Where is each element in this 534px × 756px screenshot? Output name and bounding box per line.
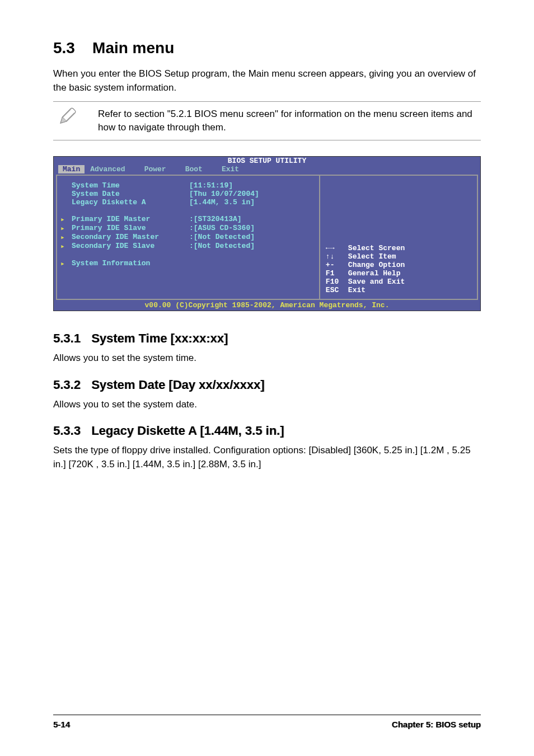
arrow-icon: ▸ [60, 233, 72, 242]
section-intro: When you enter the BIOS Setup program, t… [53, 67, 481, 95]
arrow-icon: ▸ [60, 224, 72, 233]
arrow-icon: ▸ [60, 242, 72, 251]
bios-label: System Date [72, 190, 189, 198]
bios-left-panel: System Time [11:51:19] System Date [Thu … [57, 176, 320, 299]
bios-value: [11:51:19] [189, 181, 316, 190]
svg-line-0 [63, 110, 71, 118]
bios-help-legend: ←→Select Screen ↑↓Select Item +-Change O… [326, 244, 474, 294]
spacer-icon [60, 181, 72, 190]
help-row: ESCExit [326, 286, 474, 294]
subsection-date: 5.3.2 System Date [Day xx/xx/xxxx] Allow… [53, 378, 481, 412]
note-text: Refer to section "5.2.1 BIOS menu screen… [98, 107, 481, 134]
help-key: ESC [326, 286, 348, 294]
bios-value [189, 259, 316, 268]
bios-label: Primary IDE Slave [72, 224, 189, 233]
bios-row-sysinfo[interactable]: ▸ System Information [60, 259, 316, 268]
page-footer: 5-14 Chapter 5: BIOS setup [53, 715, 481, 729]
help-key: ↑↓ [326, 252, 348, 261]
tab-boot[interactable]: Boot [180, 165, 216, 173]
bios-label: Primary IDE Master [72, 215, 189, 224]
bios-label: Secondary IDE Master [72, 233, 189, 242]
bios-row-diskette[interactable]: Legacy Diskette A [1.44M, 3.5 in] [60, 198, 316, 206]
help-key: F1 [326, 269, 348, 278]
help-key: F10 [326, 278, 348, 286]
spacer-icon [60, 190, 72, 198]
help-text: Change Option [348, 261, 405, 269]
help-row: ←→Select Screen [326, 244, 474, 252]
tab-power[interactable]: Power [139, 165, 180, 173]
subsection-body: Allows you to set the system date. [53, 398, 481, 412]
bios-row-pri-slave[interactable]: ▸ Primary IDE Slave :[ASUS CD-S360] [60, 224, 316, 233]
help-key: ←→ [326, 244, 348, 252]
bios-label: Secondary IDE Slave [72, 242, 189, 251]
tab-main[interactable]: Main [58, 165, 85, 173]
tab-exit[interactable]: Exit [216, 165, 252, 173]
bios-label: System Time [72, 181, 189, 190]
arrow-icon: ▸ [60, 259, 72, 268]
page-number: 5-14 [53, 720, 70, 729]
pencil-icon [53, 107, 76, 129]
note-box: Refer to section "5.2.1 BIOS menu screen… [53, 101, 481, 140]
help-text: Exit [348, 286, 366, 294]
bios-label: Legacy Diskette A [72, 198, 189, 206]
help-row: F10Save and Exit [326, 278, 474, 286]
help-text: Select Item [348, 252, 396, 261]
help-text: General Help [348, 269, 401, 278]
chapter-label: Chapter 5: BIOS setup [392, 720, 481, 729]
help-row: F1General Help [326, 269, 474, 278]
help-row: ↑↓Select Item [326, 252, 474, 261]
subsection-title: Legacy Diskette A [1.44M, 3.5 in.] [91, 424, 284, 438]
bios-tab-row: Main Advanced Power Boot Exit [54, 165, 480, 175]
bios-row-pri-master[interactable]: ▸ Primary IDE Master :[ST320413A] [60, 215, 316, 224]
section-heading: 5.3 Main menu [53, 39, 481, 57]
help-text: Save and Exit [348, 278, 405, 286]
bios-value: [1.44M, 3.5 in] [189, 198, 316, 206]
subsection-title: System Time [xx:xx:xx] [91, 331, 228, 345]
help-text: Select Screen [348, 244, 405, 252]
subsection-title: System Date [Day xx/xx/xxxx] [91, 378, 264, 392]
subsection-diskette: 5.3.3 Legacy Diskette A [1.44M, 3.5 in.]… [53, 424, 481, 471]
svg-line-1 [66, 113, 74, 121]
bios-row-time[interactable]: System Time [11:51:19] [60, 181, 316, 190]
section-number: 5.3 [53, 39, 75, 57]
bios-row-sec-slave[interactable]: ▸ Secondary IDE Slave :[Not Detected] [60, 242, 316, 251]
spacer [60, 251, 316, 259]
help-row: +-Change Option [326, 261, 474, 269]
bios-title: BIOS SETUP UTILITY [54, 157, 480, 165]
arrow-icon: ▸ [60, 215, 72, 224]
section-title: Main menu [92, 39, 174, 57]
bios-value: :[Not Detected] [189, 242, 316, 251]
bios-screen: BIOS SETUP UTILITY Main Advanced Power B… [53, 156, 481, 311]
bios-value: :[ASUS CD-S360] [189, 224, 316, 233]
bios-footer: v00.00 (C)Copyright 1985-2002, American … [54, 301, 480, 311]
subsection-heading: 5.3.3 Legacy Diskette A [1.44M, 3.5 in.] [53, 424, 481, 438]
bios-row-date[interactable]: System Date [Thu 10/07/2004] [60, 190, 316, 198]
bios-right-panel: ←→Select Screen ↑↓Select Item +-Change O… [320, 176, 477, 299]
subsection-num: 5.3.2 [53, 378, 88, 392]
subsection-body: Sets the type of floppy drive installed.… [53, 444, 481, 471]
subsection-num: 5.3.1 [53, 331, 88, 346]
help-key: +- [326, 261, 348, 269]
subsection-time: 5.3.1 System Time [xx:xx:xx] Allows you … [53, 331, 481, 365]
spacer [60, 206, 316, 215]
spacer-icon [60, 198, 72, 206]
tab-advanced[interactable]: Advanced [85, 165, 138, 173]
bios-value: :[ST320413A] [189, 215, 316, 224]
subsection-body: Allows you to set the system time. [53, 351, 481, 365]
bios-value: :[Not Detected] [189, 233, 316, 242]
subsection-heading: 5.3.1 System Time [xx:xx:xx] [53, 331, 481, 346]
bios-value: [Thu 10/07/2004] [189, 190, 316, 198]
bios-body: System Time [11:51:19] System Date [Thu … [56, 175, 478, 300]
bios-row-sec-master[interactable]: ▸ Secondary IDE Master :[Not Detected] [60, 233, 316, 242]
bios-label: System Information [72, 259, 189, 268]
subsection-heading: 5.3.2 System Date [Day xx/xx/xxxx] [53, 378, 481, 392]
subsection-num: 5.3.3 [53, 424, 88, 438]
